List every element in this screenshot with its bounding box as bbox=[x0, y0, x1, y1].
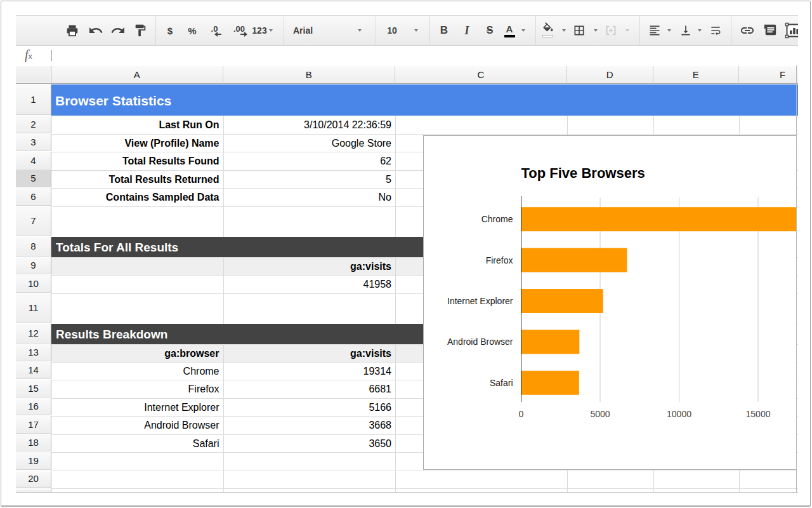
info-label-cell[interactable]: Total Results Returned bbox=[51, 171, 219, 189]
breakdown-browser-cell[interactable]: Internet Explorer bbox=[51, 399, 219, 417]
vertical-align-button[interactable] bbox=[679, 16, 693, 45]
info-label-cell[interactable]: Total Results Found bbox=[51, 152, 219, 171]
breakdown-header-visits-cell[interactable]: ga:visits bbox=[223, 345, 392, 363]
format-currency-button[interactable]: $ bbox=[162, 16, 178, 45]
paint-format-button[interactable] bbox=[133, 16, 148, 45]
breakdown-visits-cell[interactable]: 3668 bbox=[223, 417, 392, 435]
print-button[interactable] bbox=[65, 16, 80, 45]
italic-label: I bbox=[464, 24, 469, 37]
chart-bar-android-browser bbox=[521, 330, 579, 354]
horizontal-align-icon bbox=[648, 24, 661, 37]
row-header-8[interactable]: 8 bbox=[16, 237, 51, 257]
column-header-b[interactable]: B bbox=[223, 66, 396, 84]
font-family-select[interactable]: Arial bbox=[293, 16, 331, 45]
row-header-6[interactable]: 6 bbox=[16, 188, 51, 206]
formula-input[interactable] bbox=[55, 46, 798, 66]
arrow-right-icon bbox=[240, 32, 247, 37]
toolbar-separator bbox=[284, 16, 284, 45]
breakdown-visits-cell[interactable]: 19314 bbox=[223, 363, 392, 381]
info-label-cell[interactable]: Contains Sampled Data bbox=[51, 189, 219, 207]
borders-button[interactable] bbox=[572, 16, 586, 45]
chart-category-label: Firefox bbox=[486, 255, 513, 265]
breakdown-visits-cell[interactable]: 3650 bbox=[223, 435, 392, 453]
insert-link-button[interactable] bbox=[739, 16, 756, 45]
column-header-d[interactable]: D bbox=[567, 66, 653, 84]
column-header-c[interactable]: C bbox=[395, 66, 567, 84]
embedded-chart[interactable]: Top Five BrowsersChromeFirefoxInternet E… bbox=[423, 135, 797, 470]
horizontal-align-button[interactable] bbox=[648, 16, 662, 45]
chart-tick-label: 5000 bbox=[590, 409, 610, 419]
undo-button[interactable] bbox=[88, 16, 103, 45]
insert-chart-button[interactable] bbox=[784, 16, 798, 45]
column-header-a[interactable]: A bbox=[51, 66, 223, 84]
borders-caret-icon bbox=[594, 29, 598, 32]
insert-comment-button[interactable] bbox=[763, 16, 778, 45]
column-header-e[interactable]: E bbox=[653, 66, 740, 84]
row-header-20[interactable]: 20 bbox=[16, 471, 51, 488]
row-header-3[interactable]: 3 bbox=[16, 134, 51, 152]
breakdown-browser-cell[interactable]: Chrome bbox=[51, 363, 219, 381]
font-size-select[interactable]: 10 bbox=[384, 16, 400, 45]
info-value-cell[interactable]: 3/10/2014 22:36:59 bbox=[223, 116, 392, 135]
info-value-cell[interactable]: 5 bbox=[223, 171, 392, 189]
row-header-19[interactable]: 19 bbox=[16, 452, 51, 470]
info-label-cell[interactable]: View (Profile) Name bbox=[51, 135, 219, 153]
info-value-cell[interactable]: 62 bbox=[223, 152, 392, 171]
chart-svg: Top Five BrowsersChromeFirefoxInternet E… bbox=[424, 136, 797, 469]
chart-bar-internet-explorer bbox=[521, 289, 603, 313]
more-formats-button[interactable]: 123 bbox=[249, 16, 270, 45]
column-header-f[interactable]: F bbox=[739, 66, 798, 84]
redo-button[interactable] bbox=[110, 16, 126, 45]
row-header-4[interactable]: 4 bbox=[16, 152, 51, 170]
breakdown-visits-cell[interactable]: 6681 bbox=[223, 380, 392, 399]
fill-color-caret-icon bbox=[562, 29, 566, 32]
info-value-cell[interactable]: No bbox=[223, 189, 392, 207]
print-icon bbox=[65, 23, 79, 37]
increase-decimal-button[interactable]: .00 bbox=[229, 16, 249, 45]
row-header-10[interactable]: 10 bbox=[16, 275, 51, 293]
breakdown-browser-cell[interactable]: Safari bbox=[51, 435, 219, 453]
italic-button[interactable]: I bbox=[459, 16, 475, 45]
text-wrap-button[interactable] bbox=[709, 16, 723, 45]
row-header-15[interactable]: 15 bbox=[16, 380, 51, 398]
format-percent-button[interactable]: % bbox=[185, 16, 200, 45]
strikethrough-button[interactable]: S bbox=[482, 16, 497, 45]
row-header-7[interactable]: 7 bbox=[16, 206, 51, 237]
chart-category-label: Safari bbox=[490, 378, 513, 388]
row-header-9[interactable]: 9 bbox=[16, 257, 51, 275]
row-header-17[interactable]: 17 bbox=[16, 416, 51, 434]
decrease-decimal-button[interactable]: .0 bbox=[206, 16, 223, 45]
info-label-cell[interactable]: Last Run On bbox=[51, 116, 219, 135]
merge-cells-icon bbox=[604, 23, 618, 37]
row-header-2[interactable]: 2 bbox=[16, 116, 51, 133]
breakdown-browser-cell[interactable]: Android Browser bbox=[51, 417, 219, 435]
text-color-button[interactable]: A bbox=[502, 16, 517, 45]
redo-icon bbox=[110, 23, 126, 38]
row-header-12[interactable]: 12 bbox=[16, 324, 51, 344]
totals-value-cell[interactable]: 41958 bbox=[223, 276, 392, 294]
vertical-align-caret-icon bbox=[698, 29, 702, 32]
info-value-cell[interactable]: Google Store bbox=[223, 135, 392, 153]
fill-color-button[interactable] bbox=[541, 15, 555, 43]
row-header-5[interactable]: 5 bbox=[16, 170, 51, 188]
merge-cells-button[interactable] bbox=[604, 16, 618, 45]
text-color-swatch bbox=[504, 35, 515, 37]
text-color-caret-icon bbox=[521, 29, 525, 32]
bold-button[interactable]: B bbox=[436, 16, 452, 45]
breakdown-browser-cell[interactable]: Firefox bbox=[51, 380, 219, 399]
row-header-16[interactable]: 16 bbox=[16, 398, 51, 416]
row-header-11[interactable]: 11 bbox=[16, 293, 51, 324]
totals-header-cell[interactable]: ga:visits bbox=[223, 258, 392, 276]
row-header-13[interactable]: 13 bbox=[16, 344, 51, 361]
paint-format-icon bbox=[133, 23, 147, 37]
breakdown-visits-cell[interactable]: 5166 bbox=[223, 399, 392, 417]
strikethrough-label: S bbox=[487, 25, 494, 36]
select-all-corner[interactable] bbox=[16, 66, 51, 84]
chart-title: Top Five Browsers bbox=[521, 165, 645, 181]
row-header-14[interactable]: 14 bbox=[16, 362, 51, 380]
fill-color-icon bbox=[542, 22, 554, 35]
breakdown-header-browser-cell[interactable]: ga:browser bbox=[51, 345, 219, 363]
row-header-1[interactable]: 1 bbox=[16, 84, 51, 116]
row-header-18[interactable]: 18 bbox=[16, 434, 51, 452]
toolbar: $ % .0 .00 123 Arial 10 B I S A bbox=[16, 15, 798, 46]
